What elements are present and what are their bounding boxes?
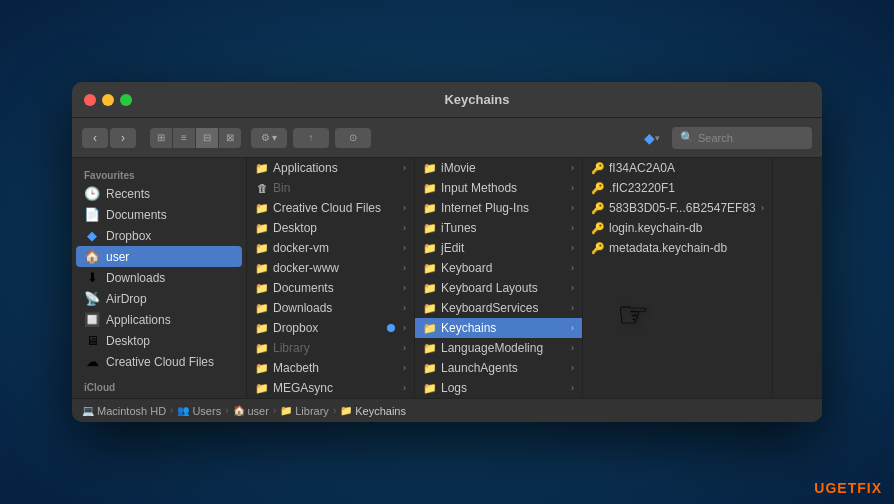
breadcrumb-label: user	[248, 405, 269, 417]
search-box[interactable]: 🔍 Search	[672, 127, 812, 149]
list-item[interactable]: 📁docker-vm›	[247, 238, 414, 258]
sidebar-item-documents[interactable]: 📄 Documents	[72, 204, 246, 225]
breadcrumb-separator: ›	[273, 405, 276, 416]
keychain-icon: 🔑	[591, 242, 605, 255]
view-buttons: ⊞ ≡ ⊟ ⊠	[150, 128, 241, 148]
sidebar-label-documents: Documents	[106, 208, 167, 222]
nav-buttons: ‹ ›	[82, 128, 136, 148]
list-item[interactable]: 🔑metadata.keychain-db	[583, 238, 772, 258]
fullscreen-button[interactable]	[120, 94, 132, 106]
list-item[interactable]: 📁MEGAsync›	[247, 378, 414, 398]
keychain-icon: 🔑	[591, 202, 605, 215]
folder-icon: 📁	[255, 222, 269, 235]
list-item[interactable]: 📁Creative Cloud Files›	[247, 198, 414, 218]
list-item[interactable]: 📁jEdit›	[415, 238, 582, 258]
list-view-button[interactable]: ≡	[173, 128, 195, 148]
column-4	[773, 158, 822, 398]
list-item-keychains[interactable]: 📁Keychains›	[415, 318, 582, 338]
folder-icon: 📁	[423, 222, 437, 235]
main-content: Favourites 🕒 Recents 📄 Documents ◆ Dropb…	[72, 158, 822, 398]
sidebar-item-user[interactable]: 🏠 user	[76, 246, 242, 267]
breadcrumb-library[interactable]: 📁 Library	[280, 405, 329, 417]
breadcrumb-label: Users	[192, 405, 221, 417]
list-item[interactable]: 📁Input Methods›	[415, 178, 582, 198]
traffic-lights	[84, 94, 132, 106]
list-item[interactable]: 📁LanguageModeling›	[415, 338, 582, 358]
breadcrumb-keychains[interactable]: 📁 Keychains	[340, 405, 406, 417]
library-icon: 📁	[280, 405, 292, 416]
column-view-button[interactable]: ⊟	[196, 128, 218, 148]
action-button[interactable]: ↑	[293, 128, 329, 148]
sidebar-item-creative-cloud[interactable]: ☁ Creative Cloud Files	[72, 351, 246, 372]
breadcrumb-user[interactable]: 🏠 user	[233, 405, 269, 417]
sidebar-item-dropbox[interactable]: ◆ Dropbox	[72, 225, 246, 246]
breadcrumb-users[interactable]: 👥 Users	[177, 405, 221, 417]
sidebar-item-desktop[interactable]: 🖥 Desktop	[72, 330, 246, 351]
toolbar: ‹ › ⊞ ≡ ⊟ ⊠ ⚙ ▾ ↑ ⊙ ◆ ▾ 🔍 Search	[72, 118, 822, 158]
back-button[interactable]: ‹	[82, 128, 108, 148]
keychain-icon: 🔑	[591, 222, 605, 235]
list-item[interactable]: 🗑Bin	[247, 178, 414, 198]
list-item[interactable]: 📁Applications›	[247, 158, 414, 178]
forward-button[interactable]: ›	[110, 128, 136, 148]
dropbox-toolbar-icon[interactable]: ◆ ▾	[638, 128, 666, 148]
list-item[interactable]: 📁Library›	[247, 338, 414, 358]
keychain-icon: 🔑	[591, 162, 605, 175]
sidebar-item-applications[interactable]: 🔲 Applications	[72, 309, 246, 330]
list-item[interactable]: 📁iMovie›	[415, 158, 582, 178]
list-item[interactable]: 📁Desktop›	[247, 218, 414, 238]
watermark-prefix: UG	[814, 480, 837, 496]
action-icon: ↑	[309, 132, 314, 143]
folder-icon: 📁	[255, 262, 269, 275]
folder-icon: 📁	[255, 302, 269, 315]
folder-icon: 📁	[423, 342, 437, 355]
sort-button[interactable]: ⚙ ▾	[251, 128, 287, 148]
list-item[interactable]: 📁Keyboard Layouts›	[415, 278, 582, 298]
folder-icon: 📁	[423, 362, 437, 375]
list-item[interactable]: 📁Logs›	[415, 378, 582, 398]
list-item[interactable]: 🔑.fIC23220F1	[583, 178, 772, 198]
list-item[interactable]: 📁LaunchAgents›	[415, 358, 582, 378]
folder-icon: 📁	[255, 242, 269, 255]
dropbox-sync-dot	[387, 324, 395, 332]
list-item[interactable]: 🔑fI34AC2A0A	[583, 158, 772, 178]
gallery-view-button[interactable]: ⊠	[219, 128, 241, 148]
list-item[interactable]: 📁Dropbox›	[247, 318, 414, 338]
breadcrumb-label: Macintosh HD	[97, 405, 166, 417]
list-item[interactable]: 📁Downloads›	[247, 298, 414, 318]
list-item[interactable]: 📁Documents›	[247, 278, 414, 298]
list-item[interactable]: 📁Internet Plug-Ins›	[415, 198, 582, 218]
title-bar: Keychains	[72, 82, 822, 118]
list-item[interactable]: 📁docker-www›	[247, 258, 414, 278]
list-item[interactable]: 📁iTunes›	[415, 218, 582, 238]
list-item[interactable]: 📁Keyboard›	[415, 258, 582, 278]
list-item[interactable]: 📁Macbeth›	[247, 358, 414, 378]
sidebar-item-recents[interactable]: 🕒 Recents	[72, 183, 246, 204]
folder-icon: 📁	[423, 242, 437, 255]
sidebar: Favourites 🕒 Recents 📄 Documents ◆ Dropb…	[72, 158, 247, 398]
folder-icon: 📁	[255, 342, 269, 355]
documents-icon: 📄	[84, 207, 100, 222]
list-item[interactable]: 🔑583B3D05-F...6B2547EF83›	[583, 198, 772, 218]
sidebar-label-dropbox: Dropbox	[106, 229, 151, 243]
breadcrumb-macintosh-hd[interactable]: 💻 Macintosh HD	[82, 405, 166, 417]
finder-window: Keychains ‹ › ⊞ ≡ ⊟ ⊠ ⚙ ▾ ↑ ⊙ ◆ ▾ 🔍	[72, 82, 822, 422]
sidebar-label-airdrop: AirDrop	[106, 292, 147, 306]
sidebar-item-downloads[interactable]: ⬇ Downloads	[72, 267, 246, 288]
share-button[interactable]: ⊙	[335, 128, 371, 148]
list-item[interactable]: 📁KeyboardServices›	[415, 298, 582, 318]
favourites-section-title: Favourites	[72, 166, 246, 183]
close-button[interactable]	[84, 94, 96, 106]
folder-icon: 📁	[423, 382, 437, 395]
folder-icon: 📁	[423, 182, 437, 195]
downloads-icon: ⬇	[84, 270, 100, 285]
minimize-button[interactable]	[102, 94, 114, 106]
window-title: Keychains	[144, 92, 810, 107]
folder-icon: 📁	[255, 382, 269, 395]
search-placeholder: Search	[698, 132, 733, 144]
folder-icon: 📁	[255, 202, 269, 215]
icon-view-button[interactable]: ⊞	[150, 128, 172, 148]
folder-icon: 📁	[423, 262, 437, 275]
sidebar-item-airdrop[interactable]: 📡 AirDrop	[72, 288, 246, 309]
list-item[interactable]: 🔑login.keychain-db	[583, 218, 772, 238]
